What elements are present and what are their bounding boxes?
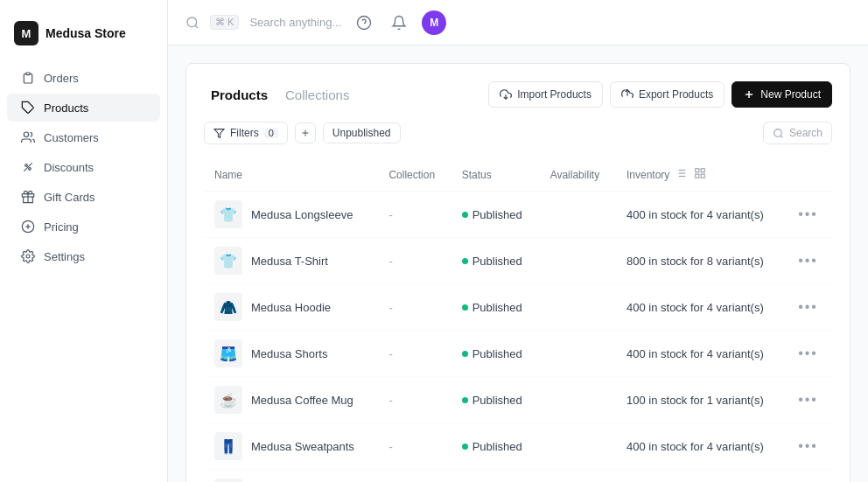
more-options-button-1[interactable]: ••• (798, 253, 818, 268)
sidebar-label-pricing: Pricing (44, 220, 79, 234)
table-row[interactable]: 🩳 Medusa Shorts - Published 400 in stock… (204, 331, 832, 377)
cell-collection-0: - (378, 192, 451, 238)
notification-button[interactable] (387, 10, 411, 35)
sidebar-item-settings[interactable]: Settings (7, 242, 160, 270)
sidebar-label-products: Products (44, 101, 88, 115)
filter-icon (214, 128, 225, 139)
cell-more-1[interactable]: ••• (788, 238, 832, 284)
svg-point-11 (26, 255, 30, 258)
cell-collection-6: - (378, 470, 451, 483)
cell-more-2[interactable]: ••• (788, 284, 832, 331)
cell-more-5[interactable]: ••• (788, 423, 832, 470)
tab-collections[interactable]: Collections (278, 84, 356, 106)
sidebar-item-pricing[interactable]: Pricing (7, 213, 160, 241)
table-row[interactable]: 👕 Medusa T-Shirt - Published 800 in stoc… (204, 238, 832, 284)
products-panel: Products Collections Import Products Exp… (186, 63, 850, 482)
product-name-1: Medusa T-Shirt (251, 255, 328, 268)
sidebar-item-customers[interactable]: Customers (7, 123, 160, 151)
svg-point-12 (187, 17, 197, 27)
import-products-button[interactable]: Import Products (488, 81, 603, 108)
tab-products[interactable]: Products (204, 84, 275, 106)
col-status: Status (452, 158, 540, 192)
list-view-button[interactable] (673, 165, 689, 184)
table-row[interactable]: 👖 Medusa Sweatpants - Published 400 in s… (204, 423, 832, 470)
import-icon (500, 88, 512, 101)
search-placeholder[interactable]: Search anything... (249, 16, 341, 29)
product-name-0: Medusa Longsleeve (251, 208, 353, 221)
more-options-button-0[interactable]: ••• (798, 206, 818, 221)
export-products-button[interactable]: Export Products (610, 81, 724, 108)
cell-inventory-3: 400 in stock for 4 variant(s) (616, 331, 788, 377)
svg-point-14 (358, 16, 371, 29)
svg-point-23 (774, 129, 782, 136)
table-row[interactable]: 🧥 Medusa Hoodie - Published 400 in stock… (204, 284, 832, 331)
filter-count: 0 (264, 128, 278, 138)
cell-status-5: Published (452, 423, 540, 470)
cell-status-4: Published (452, 377, 540, 423)
topbar: ⌘ K Search anything... M (168, 0, 868, 45)
cell-status-2: Published (452, 284, 540, 331)
filters-button[interactable]: Filters 0 (204, 122, 288, 144)
cell-collection-1: - (378, 238, 451, 284)
cell-inventory-6: 400 in stock for 4 variant(s) (616, 470, 788, 483)
cell-name-6: 👕 Medusa Sweatshirt (204, 470, 378, 483)
product-name-3: Medusa Shorts (251, 347, 327, 360)
sidebar-label-orders: Orders (44, 72, 79, 85)
table-search-icon (773, 128, 784, 139)
help-button[interactable] (352, 10, 376, 35)
col-actions (788, 158, 832, 192)
col-inventory: Inventory (616, 158, 788, 192)
search-label: Search (789, 127, 822, 139)
more-options-button-4[interactable]: ••• (798, 392, 818, 407)
cell-collection-4: - (378, 377, 451, 423)
panel-tabs: Products Collections (204, 84, 356, 106)
sidebar-label-gift-cards: Gift Cards (44, 191, 95, 204)
add-filter-button[interactable] (295, 122, 316, 143)
filter-tag-unpublished[interactable]: Unpublished (323, 122, 401, 143)
product-thumb-4: ☕ (214, 386, 242, 414)
filters-bar: Filters 0 Unpublished Search (204, 122, 832, 144)
more-options-button-2[interactable]: ••• (798, 299, 818, 314)
sidebar-item-products[interactable]: Products (7, 94, 160, 122)
cell-collection-2: - (378, 284, 451, 331)
cell-inventory-2: 400 in stock for 4 variant(s) (616, 284, 788, 331)
table-row[interactable]: ☕ Medusa Coffee Mug - Published 100 in s… (204, 377, 832, 423)
filters-label: Filters (230, 127, 259, 139)
product-thumb-3: 🩳 (214, 339, 242, 367)
more-options-button-3[interactable]: ••• (798, 346, 818, 360)
cell-inventory-0: 400 in stock for 4 variant(s) (616, 192, 788, 238)
sidebar-item-discounts[interactable]: Discounts (7, 153, 160, 181)
table-row[interactable]: 👕 Medusa Sweatshirt - Published 400 in s… (204, 470, 832, 483)
plus-icon (743, 88, 755, 101)
cell-name-4: ☕ Medusa Coffee Mug (204, 377, 378, 423)
product-name-2: Medusa Hoodie (251, 301, 331, 314)
svg-line-13 (195, 25, 198, 28)
product-thumb-2: 🧥 (214, 293, 242, 321)
svg-point-3 (25, 164, 28, 167)
col-availability: Availability (540, 158, 616, 192)
product-thumb-0: 👕 (214, 200, 242, 228)
grid-view-button[interactable] (692, 165, 708, 184)
sidebar-item-gift-cards[interactable]: Gift Cards (7, 183, 160, 211)
more-options-button-5[interactable]: ••• (798, 438, 818, 453)
table-row[interactable]: 👕 Medusa Longsleeve - Published 400 in s… (204, 192, 832, 238)
product-thumb-1: 👕 (214, 247, 242, 275)
svg-point-2 (24, 132, 28, 136)
cell-more-3[interactable]: ••• (788, 331, 832, 377)
cell-more-0[interactable]: ••• (788, 192, 832, 238)
cell-name-2: 🧥 Medusa Hoodie (204, 284, 378, 331)
cell-inventory-5: 400 in stock for 4 variant(s) (616, 423, 788, 470)
new-product-button[interactable]: New Product (732, 81, 832, 108)
svg-rect-31 (696, 169, 699, 172)
product-thumb-6: 👕 (214, 479, 242, 482)
panel-header: Products Collections Import Products Exp… (204, 81, 832, 108)
main-content: ⌘ K Search anything... M Products Collec… (168, 0, 868, 482)
search-box[interactable]: Search (763, 122, 832, 144)
topbar-right: M (352, 10, 446, 35)
cell-more-4[interactable]: ••• (788, 377, 832, 423)
settings-icon (21, 249, 35, 263)
sidebar-item-orders[interactable]: Orders (7, 64, 160, 92)
cell-more-6[interactable]: ••• (788, 470, 832, 483)
user-avatar[interactable]: M (422, 10, 446, 35)
cell-availability-6 (540, 470, 616, 483)
